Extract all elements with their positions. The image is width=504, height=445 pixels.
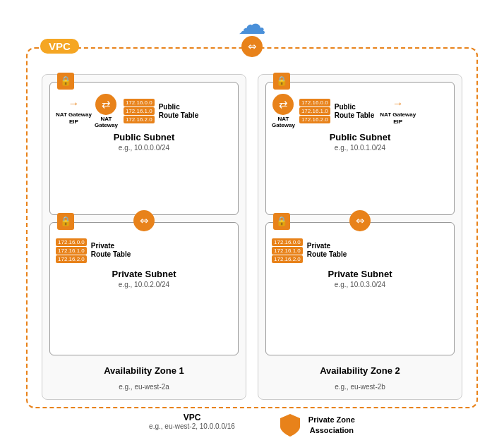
az2-box: 🔒 ⇄ NATGateway 172.16.0.0 172.16.1.0 — [258, 74, 462, 400]
central-router-icon: ⇔ — [241, 36, 263, 57]
az1-private-routes: 172.16.0.0 172.16.1.0 172.16.2.0 — [56, 238, 87, 263]
legend: VPC e.g., eu-west-2, 10.0.0.0/16 Private… — [26, 413, 478, 438]
az1-private-subnet: 🔒 ⇔ 172.16.0.0 172.16.1.0 172.16.2.0 — [49, 222, 239, 355]
az2-nat-eip: → NAT GatewayEIP — [380, 97, 416, 125]
legend-pza-label: Private ZoneAssociation — [308, 415, 355, 435]
legend-pza: Private ZoneAssociation — [277, 413, 355, 438]
az2-public-subnet-title: Public Subnet — [272, 132, 448, 142]
az2-private-routes: 172.16.0.0 172.16.1.0 172.16.2.0 — [272, 238, 303, 263]
az2-private-subnet-title: Private Subnet — [272, 269, 448, 279]
az2-public-lock: 🔒 — [273, 73, 290, 90]
az1-public-subnet-title: Public Subnet — [56, 132, 232, 142]
az1-private-route-label: PrivateRoute Table — [91, 242, 131, 259]
az2-private-subnet-subtitle: e.g., 10.0.3.0/24 — [272, 281, 448, 288]
az2-private-lock: 🔒 — [273, 213, 290, 230]
az1-nat-eip: → NAT GatewayEIP — [56, 97, 92, 125]
az2-private-router-icon: ⇔ — [349, 210, 371, 231]
az1-public-subnet-subtitle: e.g., 10.0.0.0/24 — [56, 144, 232, 152]
az2-private-subnet: 🔒 ⇔ 172.16.0.0 172.16.1.0 172.16.2.0 — [265, 222, 455, 355]
az1-public-routes: 172.16.0.0 172.16.1.0 172.16.2.0 — [124, 99, 155, 123]
az1-private-subnet-subtitle: e.g., 10.0.2.0/24 — [56, 281, 232, 288]
az2-private-route-label: PrivateRoute Table — [307, 242, 347, 259]
az1-private-subnet-title: Private Subnet — [56, 269, 232, 279]
diagram: ☁ VPC ⇔ 🔒 → — [12, 8, 492, 438]
az2-nat-gateway-icon: ⇄ — [272, 94, 294, 115]
vpc-outer-box: VPC ⇔ 🔒 → NAT Gate — [26, 47, 478, 408]
az1-private-lock: 🔒 — [57, 213, 74, 230]
az2-label: Availability Zone 2 — [265, 365, 455, 376]
az1-public-lock: 🔒 — [57, 73, 74, 90]
az1-label: Availability Zone 1 — [49, 365, 239, 376]
az1-public-route-label: PublicRoute Table — [159, 103, 198, 120]
az1-private-router-icon: ⇔ — [133, 210, 155, 231]
shield-icon — [277, 413, 303, 438]
az1-nat-gateway-icon: ⇄ — [95, 94, 116, 115]
az1-public-subnet: 🔒 → NAT GatewayEIP ⇄ NATGateway — [49, 82, 239, 215]
az2-public-subnet-subtitle: e.g., 10.0.1.0/24 — [272, 144, 448, 152]
az2-sublabel: e.g., eu-west-2b — [265, 383, 455, 391]
az2-public-routes: 172.16.0.0 172.16.1.0 172.16.2.0 — [299, 99, 330, 123]
az2-public-subnet: 🔒 ⇄ NATGateway 172.16.0.0 172.16.1.0 — [265, 82, 455, 215]
legend-vpc: VPC e.g., eu-west-2, 10.0.0.0/16 — [149, 413, 235, 438]
az2-public-route-label: PublicRoute Table — [335, 103, 374, 120]
legend-vpc-sublabel: e.g., eu-west-2, 10.0.0.0/16 — [149, 422, 235, 430]
az1-sublabel: e.g., eu-west-2a — [49, 383, 239, 391]
az1-box: 🔒 → NAT GatewayEIP ⇄ NATGateway — [42, 74, 246, 400]
vpc-label: VPC — [40, 39, 79, 54]
